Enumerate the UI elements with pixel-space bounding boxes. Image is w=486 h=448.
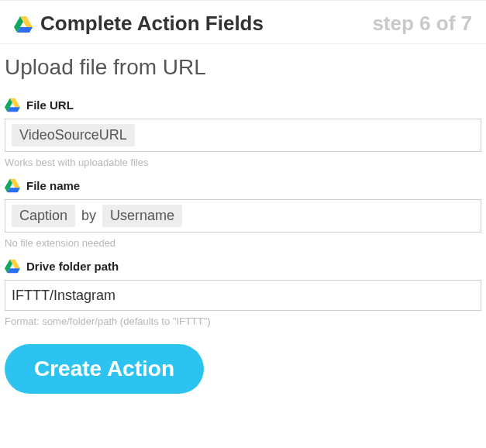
ingredient-pill[interactable]: Username	[102, 205, 182, 227]
page-header: Complete Action Fields step 6 of 7	[0, 0, 486, 44]
google-drive-icon	[14, 15, 33, 33]
file-url-label: File URL	[26, 98, 74, 112]
file-name-label: File name	[26, 179, 80, 192]
file-name-text: by	[80, 208, 98, 224]
file-name-hint: No file extension needed	[5, 237, 481, 249]
google-drive-icon	[5, 258, 20, 274]
page-title: Complete Action Fields	[40, 12, 372, 36]
action-subtitle: Upload file from URL	[0, 44, 486, 88]
file-url-hint: Works best with uploadable files	[5, 157, 481, 168]
ingredient-pill[interactable]: Caption	[12, 205, 75, 227]
field-file-url: File URL VideoSourceURL Works best with …	[0, 88, 486, 168]
google-drive-icon	[5, 177, 20, 193]
field-file-name: File name Caption by Username No file ex…	[0, 168, 486, 249]
folder-path-text[interactable]	[12, 288, 474, 304]
file-name-input[interactable]: Caption by Username	[5, 199, 481, 233]
field-folder-path: Drive folder path Format: some/folder/pa…	[0, 249, 486, 327]
folder-path-hint: Format: some/folder/path (defaults to "I…	[5, 315, 481, 327]
folder-path-label: Drive folder path	[26, 260, 119, 273]
google-drive-icon	[5, 97, 20, 112]
folder-path-input[interactable]	[5, 280, 481, 311]
create-action-label: Create Action	[34, 357, 174, 381]
create-action-button[interactable]: Create Action	[5, 344, 204, 394]
ingredient-pill[interactable]: VideoSourceURL	[12, 124, 135, 146]
step-indicator: step 6 of 7	[372, 12, 472, 36]
file-url-input[interactable]: VideoSourceURL	[5, 119, 481, 152]
